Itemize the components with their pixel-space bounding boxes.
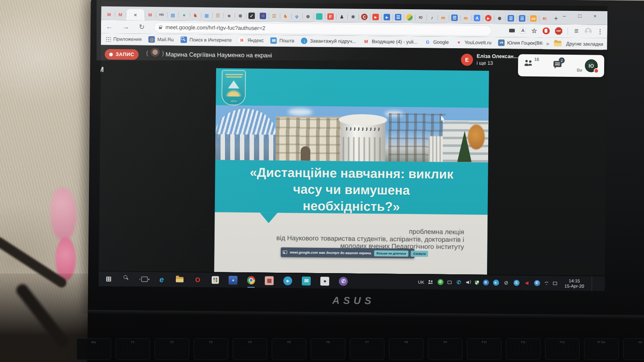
tab-hd-tab[interactable]: HD <box>156 9 167 21</box>
tab-duo-color-tab[interactable] <box>404 12 415 23</box>
tab-docs-blue-tab[interactable]: ☰ <box>505 12 516 24</box>
active-tab[interactable]: × <box>126 9 144 20</box>
tab-globe-tab[interactable]: ⊕ <box>302 11 314 22</box>
taskbar-start-button[interactable]: ⊞ <box>104 274 113 283</box>
keyboard-key[interactable]: F12 <box>545 338 580 360</box>
tab-phi-tab[interactable]: φ <box>291 10 302 22</box>
tab-book-tab[interactable]: ☰ <box>212 10 223 21</box>
tab-doc-blue-tab[interactable]: ▤ <box>201 10 212 21</box>
tab-tv-blue-tab[interactable]: ▸ <box>381 11 392 23</box>
your-avatar[interactable]: Ю <box>585 59 598 72</box>
defender-tray-icon[interactable] <box>475 280 479 284</box>
tab-uk-flag-tab[interactable]: ✳ <box>257 10 268 21</box>
keyboard-key[interactable]: F6 <box>311 338 345 360</box>
tab-green-heart-tab[interactable]: ♥ <box>178 10 190 21</box>
reload-button[interactable]: ↻ <box>139 23 144 31</box>
keyboard-key[interactable]: Ins <box>623 338 644 360</box>
tab-check-dark-tab[interactable]: ✓ <box>246 10 257 21</box>
dialer-tray-icon[interactable]: ✆ <box>534 280 540 286</box>
keyboard-key[interactable]: F10 <box>467 338 502 360</box>
yandex-bookmark[interactable]: ЯЯндекс <box>239 37 264 44</box>
input-tray-icon[interactable] <box>553 282 557 285</box>
keyboard-key[interactable]: F8 <box>389 338 423 360</box>
translate-icon[interactable]: A <box>520 28 526 34</box>
menu-dots-icon[interactable]: ⋮ <box>597 28 603 35</box>
tab-book-tab[interactable]: ☰ <box>268 10 280 22</box>
keyboard-key[interactable]: F1 <box>116 338 150 360</box>
tab-globe-tab[interactable]: ⊕ <box>235 10 246 21</box>
taskbar-viber[interactable]: ✆ <box>339 277 348 286</box>
wifi-tray-icon[interactable] <box>544 281 549 285</box>
tab-docs-blue-tab[interactable]: ☰ <box>392 12 404 23</box>
keyboard-key[interactable]: F5 <box>272 338 306 360</box>
address-bar[interactable]: meet.google.com/hrf-rtgv-fuc?authuser=2 <box>154 22 491 36</box>
tab-youtube-tab[interactable]: ▸ <box>370 11 381 23</box>
tab-doc-blue-tab[interactable]: ▤ <box>167 9 178 21</box>
tab-teal-tab[interactable] <box>314 11 325 22</box>
volume-tray-icon[interactable] <box>466 280 471 284</box>
hide-share-bar-button[interactable]: Сховати <box>411 251 428 257</box>
keyboard-key[interactable]: F7 <box>350 338 384 360</box>
google-bookmark[interactable]: GGoogle <box>424 39 449 45</box>
keyboard-key[interactable]: F9 <box>428 338 462 360</box>
poshta-bookmark[interactable]: ✉Пошта <box>270 37 294 44</box>
tab-c-red-tab[interactable]: C <box>359 11 370 23</box>
people-tray-icon[interactable] <box>428 280 433 284</box>
tab-fox-red-tab[interactable]: ♞ <box>190 10 201 21</box>
back-button[interactable]: ← <box>106 23 113 31</box>
keyboard-key[interactable]: F2 <box>155 338 189 360</box>
tab-close-icon[interactable]: × <box>134 12 137 18</box>
close-button[interactable]: × <box>587 13 603 19</box>
tab-cluster-tab[interactable]: ✱ <box>347 11 359 23</box>
people-button[interactable]: 16 <box>524 60 533 68</box>
taskbar-clock[interactable]: 14:15 15-Apr-20 <box>561 278 588 289</box>
tab-ki-tab[interactable]: Ki <box>539 13 550 24</box>
tab-globe-tab[interactable]: ⊕ <box>494 12 505 24</box>
taskbar-file-explorer[interactable] <box>175 277 184 282</box>
apps-shortcut[interactable]: Приложения <box>106 36 142 42</box>
disabled-tray-icon[interactable]: ⊘ <box>503 280 509 286</box>
tab-youtube-tab[interactable]: ▸ <box>483 12 494 24</box>
taskbar-search[interactable] <box>123 275 132 284</box>
web-search-bookmark[interactable]: Поиск в Интернете <box>180 37 231 43</box>
keyboard-key[interactable]: F3 <box>194 338 228 360</box>
telegram-tray-icon[interactable]: ▸ <box>493 280 499 286</box>
tab-gmail-tab[interactable]: M <box>103 9 115 20</box>
taskbar-mail-app[interactable]: ✉ <box>302 276 311 285</box>
show-desktop-button[interactable] <box>592 276 594 291</box>
other-bookmarks-label[interactable]: Другие закладки <box>566 41 603 47</box>
taskbar-task-view[interactable] <box>141 277 148 282</box>
mailru-bookmark[interactable]: @Mail.Ru <box>149 36 174 43</box>
taskbar-chrome[interactable] <box>247 276 255 284</box>
keyboard-key[interactable]: F4 <box>233 338 267 360</box>
tab-m-orange-tab[interactable]: m <box>460 12 471 23</box>
bookmark-star-icon[interactable]: ☆ <box>531 27 537 34</box>
tab-person-tab[interactable]: ☻ <box>223 10 235 21</box>
tab-ad-tab[interactable]: AD <box>528 13 539 24</box>
keyboard-key[interactable]: Esc <box>76 338 111 360</box>
keyboard-key[interactable]: Pr Scr <box>584 338 619 360</box>
taskbar-pink-app[interactable]: ▦ <box>265 276 274 285</box>
tab-gmail-tab[interactable]: M <box>115 9 126 20</box>
keyboard-key[interactable]: F11 <box>506 338 541 360</box>
taskbar-edge[interactable]: e <box>157 275 166 284</box>
tab-yu-tab[interactable]: Ю <box>415 12 426 23</box>
adblock-extension-icon[interactable]: ABP <box>555 27 562 35</box>
tab-music-tab[interactable]: ♪ <box>426 12 438 23</box>
overflow-chevron[interactable]: » <box>546 40 549 47</box>
tab-cat-tab[interactable]: ♟ <box>336 11 347 22</box>
whatsapp-tray-icon[interactable]: ✆ <box>438 279 444 285</box>
bluetooth-tray-icon[interactable]: B <box>483 280 489 286</box>
tab-m-orange-tab[interactable]: m <box>438 12 449 23</box>
taskbar-telegram[interactable]: ▸ <box>283 276 292 285</box>
camera-indicator-icon[interactable] <box>509 29 515 32</box>
taskbar-opera[interactable]: O <box>193 275 202 284</box>
maximize-button[interactable]: □ <box>572 13 587 19</box>
gmail-inbox-bookmark[interactable]: MВходящие (4) - yuli... <box>363 38 418 45</box>
taskbar-photos[interactable]: ▲ <box>229 276 237 284</box>
language-indicator[interactable]: UK <box>418 280 424 284</box>
skype-tray-icon[interactable]: S <box>513 280 519 286</box>
list-extension-icon[interactable]: ☰ <box>573 28 580 34</box>
window-tray-icon[interactable] <box>448 281 452 284</box>
phone-tray-icon[interactable]: ✆ <box>456 279 462 286</box>
